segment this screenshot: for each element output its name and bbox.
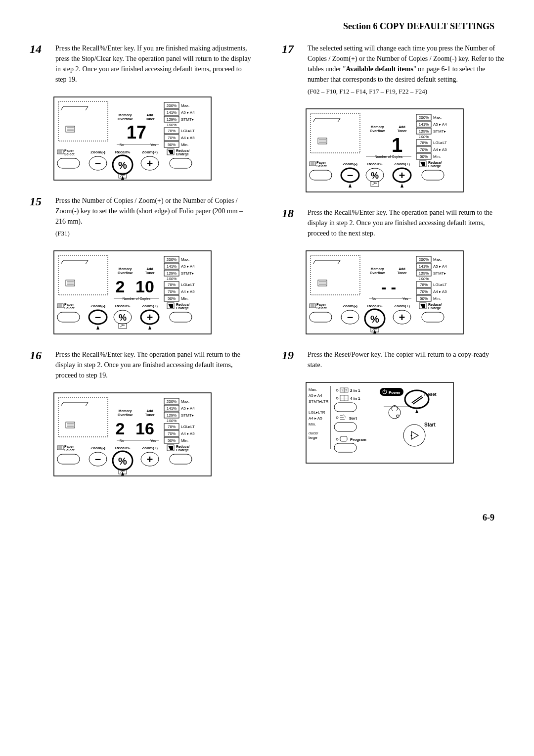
svg-text:Reduce/Enlarge: Reduce/Enlarge	[428, 161, 442, 168]
svg-text:10: 10	[135, 277, 154, 296]
svg-text:50%: 50%	[168, 438, 176, 443]
svg-text:Max.: Max.	[309, 387, 317, 392]
svg-text:200%: 200%	[167, 399, 177, 404]
svg-point-280	[336, 417, 338, 419]
start-label: Start	[424, 422, 436, 427]
svg-text:1: 1	[392, 134, 402, 156]
svg-rect-284	[334, 443, 356, 452]
power-panel-diagram: Max. A5 ▸ A4 STMT▸LTR LGL▸LTR A4 ▸ A5 Mi…	[306, 382, 454, 464]
svg-rect-34	[57, 158, 80, 168]
svg-line-102	[86, 402, 88, 406]
svg-text:Zoom(-): Zoom(-)	[90, 304, 105, 308]
svg-line-3	[61, 106, 63, 110]
power-label: Power	[389, 390, 400, 395]
svg-marker-291	[415, 409, 418, 413]
svg-point-270	[336, 389, 338, 391]
svg-text:A4 ▸ A5: A4 ▸ A5	[181, 289, 195, 294]
operation-panel-diagram: MemoryOverflow AddToner 2 16 No Yes 200%…	[53, 392, 212, 476]
svg-text:%: %	[119, 313, 127, 323]
step-14: 14 Press the Recall%/Enter key. If you a…	[30, 43, 252, 87]
right-column: 17 The selected setting will change each…	[282, 43, 504, 491]
svg-text:MemoryOverflow: MemoryOverflow	[118, 267, 133, 275]
svg-rect-260	[422, 312, 444, 322]
svg-text:129%: 129%	[167, 413, 177, 418]
svg-text:Recall%: Recall%	[367, 304, 383, 308]
svg-text:+: +	[147, 157, 153, 170]
svg-text:A4 ▸ A5: A4 ▸ A5	[181, 136, 195, 140]
svg-text:STMT▸: STMT▸	[181, 413, 194, 418]
svg-text:200%: 200%	[419, 115, 429, 120]
svg-text:129%: 129%	[419, 271, 429, 276]
svg-text:MemoryOverflow: MemoryOverflow	[370, 267, 385, 275]
svg-text:Min.: Min.	[433, 296, 441, 301]
svg-text:PaperSelect: PaperSelect	[64, 445, 75, 452]
svg-text:+: +	[147, 311, 153, 324]
svg-rect-281	[334, 423, 356, 431]
svg-text:129%: 129%	[167, 271, 177, 276]
svg-text:100%: 100%	[167, 123, 177, 127]
svg-text:78%: 78%	[420, 283, 428, 287]
svg-text:A4 ▸ A5: A4 ▸ A5	[309, 416, 322, 421]
svg-text:Min.: Min.	[181, 142, 188, 147]
svg-rect-206	[422, 170, 444, 180]
svg-text:STMT▸LTR: STMT▸LTR	[309, 399, 329, 404]
svg-text:AddToner: AddToner	[398, 125, 407, 133]
operation-panel-diagram: MemoryOverflow AddToner 2 10 Number of C…	[53, 250, 212, 334]
step-number: 18	[282, 207, 300, 219]
svg-text:PaperSelect: PaperSelect	[316, 161, 327, 168]
svg-text:Max.: Max.	[181, 399, 189, 404]
program-label: Program	[350, 437, 366, 442]
svg-rect-1	[58, 101, 108, 141]
svg-rect-283	[340, 436, 347, 441]
svg-line-47	[61, 260, 63, 264]
step-text: Press the Reset/Power key. The copier wi…	[308, 349, 504, 372]
svg-rect-152	[170, 454, 192, 464]
svg-text:78%: 78%	[168, 425, 176, 429]
svg-text:Recall%: Recall%	[115, 304, 131, 308]
svg-text:200%: 200%	[167, 257, 177, 262]
zoom-plus-label: Zoom(+)	[142, 150, 158, 154]
svg-text:A5 ▸ A4: A5 ▸ A4	[181, 406, 195, 411]
step-text: Press the Recall%/Enter key. The operati…	[308, 207, 504, 240]
svg-line-48	[86, 260, 88, 264]
svg-rect-97	[170, 312, 192, 322]
svg-text:100%: 100%	[167, 277, 177, 281]
svg-text:141%: 141%	[419, 264, 429, 269]
step-number: 15	[30, 195, 47, 207]
svg-text:Number of Copies: Number of Copies	[375, 155, 403, 159]
svg-text:78%: 78%	[420, 141, 428, 145]
svg-text:LGL▸LT: LGL▸LT	[433, 141, 447, 145]
page-number: 6-9	[30, 511, 504, 524]
step-text: Press the Number of Copies / Zoom(+) or …	[55, 195, 252, 240]
svg-rect-45	[58, 255, 108, 295]
svg-text:A4 ▸ A5: A4 ▸ A5	[181, 431, 195, 436]
svg-text:100%: 100%	[419, 277, 429, 281]
svg-text:MemoryOverflow: MemoryOverflow	[118, 409, 133, 417]
svg-text:141%: 141%	[167, 110, 177, 115]
no-label: No	[120, 143, 124, 146]
svg-rect-99	[58, 397, 108, 437]
svg-text:141%: 141%	[167, 406, 177, 411]
svg-rect-154	[311, 113, 360, 153]
svg-text:Zoom(-): Zoom(-)	[90, 446, 105, 450]
svg-text:Yes: Yes	[150, 439, 156, 442]
svg-text:2: 2	[116, 277, 125, 296]
svg-marker-199	[349, 184, 352, 188]
svg-line-101	[61, 402, 63, 406]
svg-text:Max.: Max.	[433, 115, 442, 120]
two-in-one-label: 2 in 1	[350, 388, 360, 393]
svg-text:LGL▸LT: LGL▸LT	[181, 129, 195, 133]
svg-text:Min.: Min.	[181, 438, 188, 443]
svg-text:Min.: Min.	[181, 296, 188, 301]
svg-text:- -: - -	[381, 278, 396, 296]
svg-text:78%: 78%	[168, 283, 176, 287]
svg-rect-43	[170, 158, 192, 168]
svg-text:78%: 78%	[168, 129, 176, 133]
svg-rect-143	[57, 454, 80, 464]
svg-text:Yes: Yes	[402, 297, 408, 300]
svg-text:Zoom(-): Zoom(-)	[343, 162, 357, 166]
number-of-copies-label: Number of Copies	[123, 297, 151, 301]
svg-text:%: %	[371, 171, 379, 181]
svg-text:100%: 100%	[419, 135, 429, 139]
paper-select-label: PaperSelect	[64, 149, 75, 156]
